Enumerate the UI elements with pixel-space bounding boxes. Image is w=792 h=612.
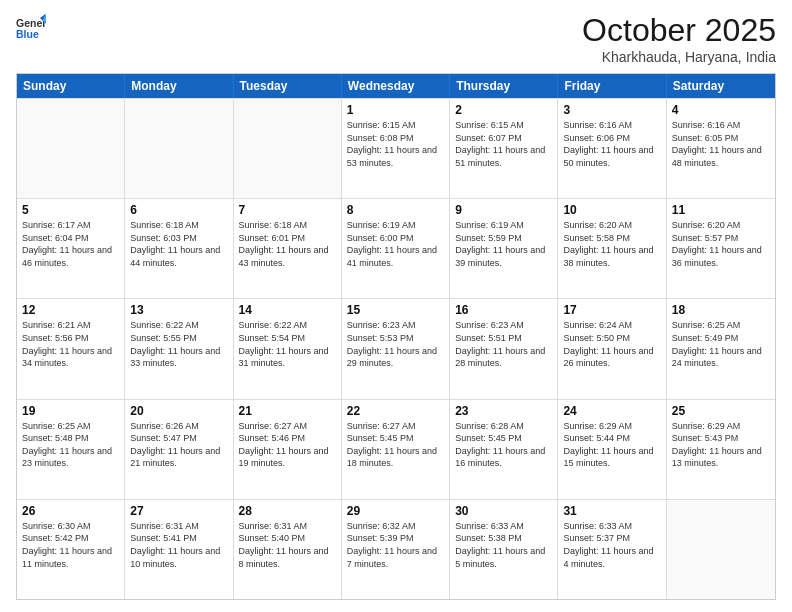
day-number: 24 [563,404,660,418]
day-number: 4 [672,103,770,117]
day-number: 5 [22,203,119,217]
day-cell-18: 18Sunrise: 6:25 AM Sunset: 5:49 PM Dayli… [667,299,775,398]
day-number: 25 [672,404,770,418]
day-info: Sunrise: 6:17 AM Sunset: 6:04 PM Dayligh… [22,219,119,269]
day-info: Sunrise: 6:21 AM Sunset: 5:56 PM Dayligh… [22,319,119,369]
day-number: 8 [347,203,444,217]
day-info: Sunrise: 6:29 AM Sunset: 5:43 PM Dayligh… [672,420,770,470]
week-row-1: 1Sunrise: 6:15 AM Sunset: 6:08 PM Daylig… [17,98,775,198]
day-info: Sunrise: 6:27 AM Sunset: 5:45 PM Dayligh… [347,420,444,470]
day-info: Sunrise: 6:29 AM Sunset: 5:44 PM Dayligh… [563,420,660,470]
day-cell-25: 25Sunrise: 6:29 AM Sunset: 5:43 PM Dayli… [667,400,775,499]
weekday-thursday: Thursday [450,74,558,98]
day-cell-29: 29Sunrise: 6:32 AM Sunset: 5:39 PM Dayli… [342,500,450,599]
week-row-5: 26Sunrise: 6:30 AM Sunset: 5:42 PM Dayli… [17,499,775,599]
day-cell-19: 19Sunrise: 6:25 AM Sunset: 5:48 PM Dayli… [17,400,125,499]
day-info: Sunrise: 6:22 AM Sunset: 5:54 PM Dayligh… [239,319,336,369]
day-info: Sunrise: 6:25 AM Sunset: 5:49 PM Dayligh… [672,319,770,369]
day-cell-12: 12Sunrise: 6:21 AM Sunset: 5:56 PM Dayli… [17,299,125,398]
day-cell-10: 10Sunrise: 6:20 AM Sunset: 5:58 PM Dayli… [558,199,666,298]
day-info: Sunrise: 6:33 AM Sunset: 5:38 PM Dayligh… [455,520,552,570]
day-number: 16 [455,303,552,317]
day-cell-6: 6Sunrise: 6:18 AM Sunset: 6:03 PM Daylig… [125,199,233,298]
day-number: 31 [563,504,660,518]
day-cell-5: 5Sunrise: 6:17 AM Sunset: 6:04 PM Daylig… [17,199,125,298]
day-cell-24: 24Sunrise: 6:29 AM Sunset: 5:44 PM Dayli… [558,400,666,499]
day-info: Sunrise: 6:24 AM Sunset: 5:50 PM Dayligh… [563,319,660,369]
weekday-sunday: Sunday [17,74,125,98]
day-cell-2: 2Sunrise: 6:15 AM Sunset: 6:07 PM Daylig… [450,99,558,198]
day-number: 28 [239,504,336,518]
day-number: 10 [563,203,660,217]
day-info: Sunrise: 6:28 AM Sunset: 5:45 PM Dayligh… [455,420,552,470]
day-cell-31: 31Sunrise: 6:33 AM Sunset: 5:37 PM Dayli… [558,500,666,599]
day-info: Sunrise: 6:23 AM Sunset: 5:51 PM Dayligh… [455,319,552,369]
day-number: 19 [22,404,119,418]
day-number: 15 [347,303,444,317]
day-cell-9: 9Sunrise: 6:19 AM Sunset: 5:59 PM Daylig… [450,199,558,298]
day-number: 12 [22,303,119,317]
empty-cell-0-1 [125,99,233,198]
day-info: Sunrise: 6:27 AM Sunset: 5:46 PM Dayligh… [239,420,336,470]
day-cell-8: 8Sunrise: 6:19 AM Sunset: 6:00 PM Daylig… [342,199,450,298]
header: General Blue October 2025 Kharkhauda, Ha… [16,12,776,65]
day-info: Sunrise: 6:33 AM Sunset: 5:37 PM Dayligh… [563,520,660,570]
empty-cell-0-0 [17,99,125,198]
day-cell-11: 11Sunrise: 6:20 AM Sunset: 5:57 PM Dayli… [667,199,775,298]
day-cell-27: 27Sunrise: 6:31 AM Sunset: 5:41 PM Dayli… [125,500,233,599]
week-row-4: 19Sunrise: 6:25 AM Sunset: 5:48 PM Dayli… [17,399,775,499]
week-row-2: 5Sunrise: 6:17 AM Sunset: 6:04 PM Daylig… [17,198,775,298]
day-cell-3: 3Sunrise: 6:16 AM Sunset: 6:06 PM Daylig… [558,99,666,198]
day-cell-1: 1Sunrise: 6:15 AM Sunset: 6:08 PM Daylig… [342,99,450,198]
empty-cell-0-2 [234,99,342,198]
day-cell-23: 23Sunrise: 6:28 AM Sunset: 5:45 PM Dayli… [450,400,558,499]
day-info: Sunrise: 6:23 AM Sunset: 5:53 PM Dayligh… [347,319,444,369]
day-info: Sunrise: 6:26 AM Sunset: 5:47 PM Dayligh… [130,420,227,470]
day-cell-30: 30Sunrise: 6:33 AM Sunset: 5:38 PM Dayli… [450,500,558,599]
calendar-header: Sunday Monday Tuesday Wednesday Thursday… [17,74,775,98]
location: Kharkhauda, Haryana, India [582,49,776,65]
calendar-body: 1Sunrise: 6:15 AM Sunset: 6:08 PM Daylig… [17,98,775,599]
day-cell-4: 4Sunrise: 6:16 AM Sunset: 6:05 PM Daylig… [667,99,775,198]
day-cell-14: 14Sunrise: 6:22 AM Sunset: 5:54 PM Dayli… [234,299,342,398]
title-area: October 2025 Kharkhauda, Haryana, India [582,12,776,65]
day-cell-16: 16Sunrise: 6:23 AM Sunset: 5:51 PM Dayli… [450,299,558,398]
day-number: 7 [239,203,336,217]
day-number: 3 [563,103,660,117]
day-info: Sunrise: 6:30 AM Sunset: 5:42 PM Dayligh… [22,520,119,570]
day-info: Sunrise: 6:20 AM Sunset: 5:58 PM Dayligh… [563,219,660,269]
day-number: 6 [130,203,227,217]
day-number: 14 [239,303,336,317]
day-cell-7: 7Sunrise: 6:18 AM Sunset: 6:01 PM Daylig… [234,199,342,298]
day-number: 20 [130,404,227,418]
day-info: Sunrise: 6:15 AM Sunset: 6:07 PM Dayligh… [455,119,552,169]
day-cell-21: 21Sunrise: 6:27 AM Sunset: 5:46 PM Dayli… [234,400,342,499]
day-cell-26: 26Sunrise: 6:30 AM Sunset: 5:42 PM Dayli… [17,500,125,599]
day-info: Sunrise: 6:18 AM Sunset: 6:01 PM Dayligh… [239,219,336,269]
day-number: 21 [239,404,336,418]
day-number: 9 [455,203,552,217]
day-cell-13: 13Sunrise: 6:22 AM Sunset: 5:55 PM Dayli… [125,299,233,398]
day-number: 27 [130,504,227,518]
day-info: Sunrise: 6:19 AM Sunset: 5:59 PM Dayligh… [455,219,552,269]
day-info: Sunrise: 6:16 AM Sunset: 6:06 PM Dayligh… [563,119,660,169]
day-number: 2 [455,103,552,117]
calendar: Sunday Monday Tuesday Wednesday Thursday… [16,73,776,600]
empty-cell-4-6 [667,500,775,599]
weekday-monday: Monday [125,74,233,98]
day-info: Sunrise: 6:22 AM Sunset: 5:55 PM Dayligh… [130,319,227,369]
day-info: Sunrise: 6:31 AM Sunset: 5:40 PM Dayligh… [239,520,336,570]
day-cell-28: 28Sunrise: 6:31 AM Sunset: 5:40 PM Dayli… [234,500,342,599]
day-info: Sunrise: 6:25 AM Sunset: 5:48 PM Dayligh… [22,420,119,470]
weekday-saturday: Saturday [667,74,775,98]
day-number: 18 [672,303,770,317]
day-info: Sunrise: 6:18 AM Sunset: 6:03 PM Dayligh… [130,219,227,269]
page: General Blue October 2025 Kharkhauda, Ha… [0,0,792,612]
weekday-friday: Friday [558,74,666,98]
day-number: 17 [563,303,660,317]
day-info: Sunrise: 6:31 AM Sunset: 5:41 PM Dayligh… [130,520,227,570]
svg-text:Blue: Blue [16,28,39,40]
day-number: 23 [455,404,552,418]
day-number: 26 [22,504,119,518]
day-number: 22 [347,404,444,418]
